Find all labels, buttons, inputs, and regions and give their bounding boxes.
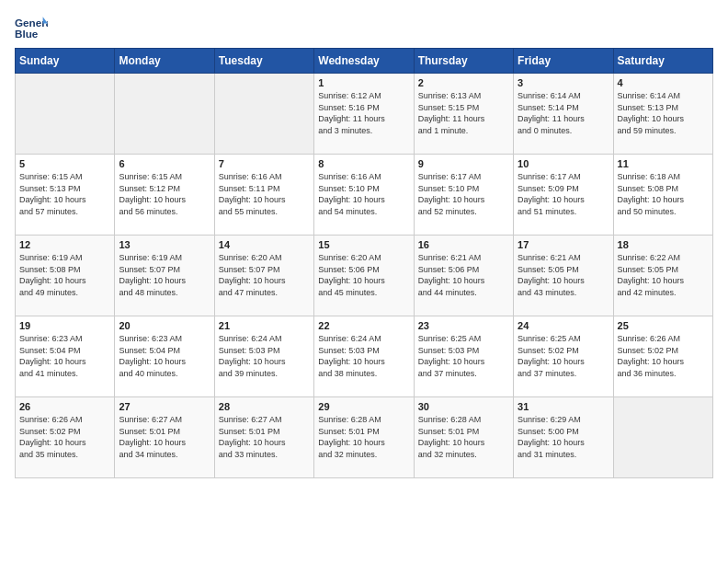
calendar-cell: 16Sunrise: 6:21 AM Sunset: 5:06 PM Dayli… (414, 236, 513, 316)
day-number: 16 (418, 239, 509, 250)
day-info: Sunrise: 6:26 AM Sunset: 5:02 PM Dayligh… (618, 333, 709, 379)
day-info: Sunrise: 6:18 AM Sunset: 5:08 PM Dayligh… (618, 171, 709, 217)
day-number: 10 (518, 158, 609, 169)
day-info: Sunrise: 6:24 AM Sunset: 5:03 PM Dayligh… (318, 333, 409, 379)
calendar-cell: 29Sunrise: 6:28 AM Sunset: 5:01 PM Dayli… (314, 397, 414, 478)
calendar-cell: 23Sunrise: 6:25 AM Sunset: 5:03 PM Dayli… (414, 316, 513, 397)
day-number: 17 (518, 239, 609, 250)
calendar-cell: 9Sunrise: 6:17 AM Sunset: 5:10 PM Daylig… (414, 155, 513, 236)
day-info: Sunrise: 6:25 AM Sunset: 5:03 PM Dayligh… (418, 333, 509, 379)
day-header-wednesday: Wednesday (314, 49, 414, 74)
calendar-cell: 30Sunrise: 6:28 AM Sunset: 5:01 PM Dayli… (414, 397, 513, 478)
day-number: 29 (318, 401, 409, 412)
day-number: 20 (119, 320, 210, 331)
day-number: 26 (19, 401, 110, 412)
day-number: 27 (119, 401, 210, 412)
day-info: Sunrise: 6:25 AM Sunset: 5:02 PM Dayligh… (518, 333, 609, 379)
calendar-cell: 7Sunrise: 6:16 AM Sunset: 5:11 PM Daylig… (214, 155, 313, 236)
day-number: 5 (19, 158, 110, 169)
calendar-cell: 12Sunrise: 6:19 AM Sunset: 5:08 PM Dayli… (16, 236, 115, 316)
calendar-cell: 5Sunrise: 6:15 AM Sunset: 5:13 PM Daylig… (16, 155, 115, 236)
calendar-cell: 25Sunrise: 6:26 AM Sunset: 5:02 PM Dayli… (613, 316, 712, 397)
logo: General Blue (15, 15, 51, 40)
calendar-header-row: SundayMondayTuesdayWednesdayThursdayFrid… (16, 49, 713, 74)
svg-text:Blue: Blue (15, 28, 39, 40)
day-header-thursday: Thursday (414, 49, 513, 74)
calendar-cell: 4Sunrise: 6:14 AM Sunset: 5:13 PM Daylig… (613, 74, 712, 155)
day-info: Sunrise: 6:14 AM Sunset: 5:13 PM Dayligh… (618, 90, 709, 136)
day-number: 18 (618, 239, 709, 250)
day-header-saturday: Saturday (613, 49, 712, 74)
day-info: Sunrise: 6:27 AM Sunset: 5:01 PM Dayligh… (219, 414, 310, 460)
day-info: Sunrise: 6:22 AM Sunset: 5:05 PM Dayligh… (618, 252, 709, 298)
day-info: Sunrise: 6:12 AM Sunset: 5:16 PM Dayligh… (318, 90, 409, 136)
calendar-cell: 21Sunrise: 6:24 AM Sunset: 5:03 PM Dayli… (214, 316, 313, 397)
day-header-tuesday: Tuesday (214, 49, 313, 74)
calendar-cell (115, 74, 214, 155)
calendar-cell: 20Sunrise: 6:23 AM Sunset: 5:04 PM Dayli… (115, 316, 214, 397)
day-number: 12 (19, 239, 110, 250)
day-info: Sunrise: 6:28 AM Sunset: 5:01 PM Dayligh… (318, 414, 409, 460)
day-info: Sunrise: 6:16 AM Sunset: 5:11 PM Dayligh… (219, 171, 310, 217)
day-info: Sunrise: 6:19 AM Sunset: 5:08 PM Dayligh… (19, 252, 110, 298)
calendar-cell: 22Sunrise: 6:24 AM Sunset: 5:03 PM Dayli… (314, 316, 414, 397)
day-info: Sunrise: 6:19 AM Sunset: 5:07 PM Dayligh… (119, 252, 210, 298)
calendar-cell: 1Sunrise: 6:12 AM Sunset: 5:16 PM Daylig… (314, 74, 414, 155)
calendar-cell: 24Sunrise: 6:25 AM Sunset: 5:02 PM Dayli… (514, 316, 613, 397)
calendar-cell: 18Sunrise: 6:22 AM Sunset: 5:05 PM Dayli… (613, 236, 712, 316)
calendar-cell: 11Sunrise: 6:18 AM Sunset: 5:08 PM Dayli… (613, 155, 712, 236)
calendar-cell: 17Sunrise: 6:21 AM Sunset: 5:05 PM Dayli… (514, 236, 613, 316)
page-header: General Blue (15, 15, 713, 40)
day-info: Sunrise: 6:16 AM Sunset: 5:10 PM Dayligh… (318, 171, 409, 217)
day-info: Sunrise: 6:15 AM Sunset: 5:12 PM Dayligh… (119, 171, 210, 217)
day-number: 13 (119, 239, 210, 250)
day-info: Sunrise: 6:13 AM Sunset: 5:15 PM Dayligh… (418, 90, 509, 136)
calendar-cell: 27Sunrise: 6:27 AM Sunset: 5:01 PM Dayli… (115, 397, 214, 478)
calendar-week-5: 26Sunrise: 6:26 AM Sunset: 5:02 PM Dayli… (16, 397, 713, 478)
calendar-week-2: 5Sunrise: 6:15 AM Sunset: 5:13 PM Daylig… (16, 155, 713, 236)
day-number: 15 (318, 239, 409, 250)
calendar-cell: 6Sunrise: 6:15 AM Sunset: 5:12 PM Daylig… (115, 155, 214, 236)
day-number: 25 (618, 320, 709, 331)
day-info: Sunrise: 6:23 AM Sunset: 5:04 PM Dayligh… (119, 333, 210, 379)
logo-icon: General Blue (15, 15, 48, 40)
day-number: 3 (518, 77, 609, 88)
day-number: 22 (318, 320, 409, 331)
day-number: 2 (418, 77, 509, 88)
day-number: 1 (318, 77, 409, 88)
day-header-sunday: Sunday (16, 49, 115, 74)
day-info: Sunrise: 6:20 AM Sunset: 5:07 PM Dayligh… (219, 252, 310, 298)
calendar-cell (613, 397, 712, 478)
day-number: 31 (518, 401, 609, 412)
calendar-cell: 3Sunrise: 6:14 AM Sunset: 5:14 PM Daylig… (514, 74, 613, 155)
day-number: 23 (418, 320, 509, 331)
day-number: 21 (219, 320, 310, 331)
calendar-cell: 15Sunrise: 6:20 AM Sunset: 5:06 PM Dayli… (314, 236, 414, 316)
day-number: 30 (418, 401, 509, 412)
day-number: 6 (119, 158, 210, 169)
calendar-cell: 2Sunrise: 6:13 AM Sunset: 5:15 PM Daylig… (414, 74, 513, 155)
calendar-week-4: 19Sunrise: 6:23 AM Sunset: 5:04 PM Dayli… (16, 316, 713, 397)
calendar-cell: 8Sunrise: 6:16 AM Sunset: 5:10 PM Daylig… (314, 155, 414, 236)
day-number: 4 (618, 77, 709, 88)
calendar-cell (214, 74, 313, 155)
day-info: Sunrise: 6:26 AM Sunset: 5:02 PM Dayligh… (19, 414, 110, 460)
day-info: Sunrise: 6:21 AM Sunset: 5:06 PM Dayligh… (418, 252, 509, 298)
day-info: Sunrise: 6:29 AM Sunset: 5:00 PM Dayligh… (518, 414, 609, 460)
calendar-cell: 13Sunrise: 6:19 AM Sunset: 5:07 PM Dayli… (115, 236, 214, 316)
calendar-table: SundayMondayTuesdayWednesdayThursdayFrid… (15, 48, 713, 478)
calendar-cell: 19Sunrise: 6:23 AM Sunset: 5:04 PM Dayli… (16, 316, 115, 397)
day-info: Sunrise: 6:20 AM Sunset: 5:06 PM Dayligh… (318, 252, 409, 298)
day-info: Sunrise: 6:28 AM Sunset: 5:01 PM Dayligh… (418, 414, 509, 460)
day-info: Sunrise: 6:21 AM Sunset: 5:05 PM Dayligh… (518, 252, 609, 298)
calendar-cell: 26Sunrise: 6:26 AM Sunset: 5:02 PM Dayli… (16, 397, 115, 478)
day-info: Sunrise: 6:14 AM Sunset: 5:14 PM Dayligh… (518, 90, 609, 136)
day-number: 28 (219, 401, 310, 412)
calendar-cell: 10Sunrise: 6:17 AM Sunset: 5:09 PM Dayli… (514, 155, 613, 236)
day-info: Sunrise: 6:17 AM Sunset: 5:09 PM Dayligh… (518, 171, 609, 217)
calendar-cell (16, 74, 115, 155)
day-number: 14 (219, 239, 310, 250)
day-number: 11 (618, 158, 709, 169)
day-info: Sunrise: 6:27 AM Sunset: 5:01 PM Dayligh… (119, 414, 210, 460)
day-number: 7 (219, 158, 310, 169)
